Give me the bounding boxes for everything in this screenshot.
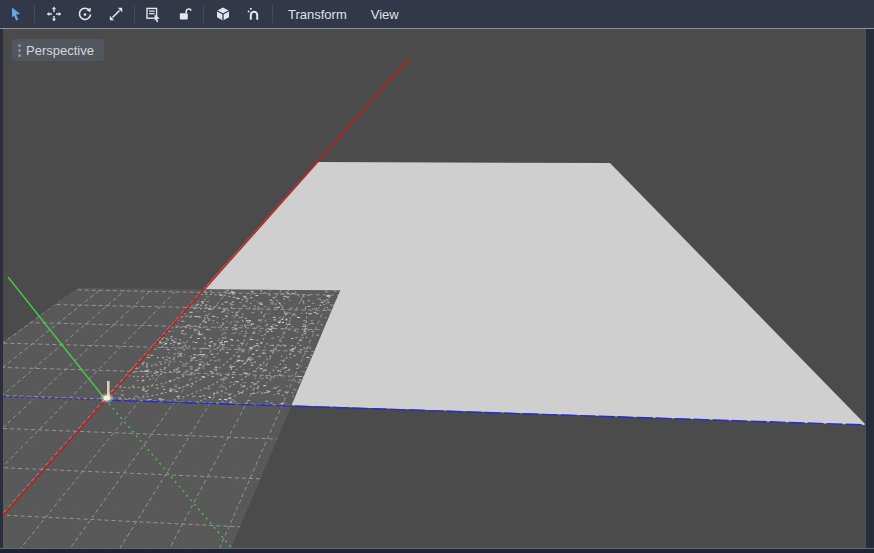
drag-handle-icon	[18, 44, 21, 57]
group-tool-button[interactable]	[207, 0, 238, 28]
toolbar-separator	[203, 5, 204, 23]
3d-toolbar: Transform View	[0, 0, 874, 29]
toolbar-separator	[134, 5, 135, 23]
cube-icon	[215, 6, 231, 22]
toolbar-separator	[272, 5, 273, 23]
3d-viewport[interactable]	[0, 0, 874, 553]
viewport-bottom-border	[0, 548, 874, 553]
transform-menu[interactable]: Transform	[276, 0, 359, 28]
toolbar-separator	[34, 5, 35, 23]
scale-tool-button[interactable]	[100, 0, 131, 28]
scale-arrows-icon	[108, 6, 124, 22]
perspective-menu[interactable]: Perspective	[12, 39, 104, 61]
camera-mode-label: Perspective	[26, 43, 94, 58]
select-tool-button[interactable]	[0, 0, 31, 28]
list-select-tool-button[interactable]	[138, 0, 169, 28]
select-arrow-icon	[8, 6, 24, 22]
magnet-icon	[246, 6, 262, 22]
list-select-icon	[145, 6, 162, 23]
unlock-icon	[177, 6, 193, 22]
move-tool-button[interactable]	[38, 0, 69, 28]
lock-tool-button[interactable]	[169, 0, 200, 28]
view-menu[interactable]: View	[359, 0, 411, 28]
godot-3d-editor: Transform View Perspective	[0, 0, 874, 553]
viewport-left-border	[0, 29, 3, 553]
move-arrows-icon	[46, 6, 62, 22]
rotate-tool-button[interactable]	[69, 0, 100, 28]
snap-tool-button[interactable]	[238, 0, 269, 28]
viewport-right-border	[865, 29, 874, 553]
rotate-arrow-icon	[77, 6, 93, 22]
